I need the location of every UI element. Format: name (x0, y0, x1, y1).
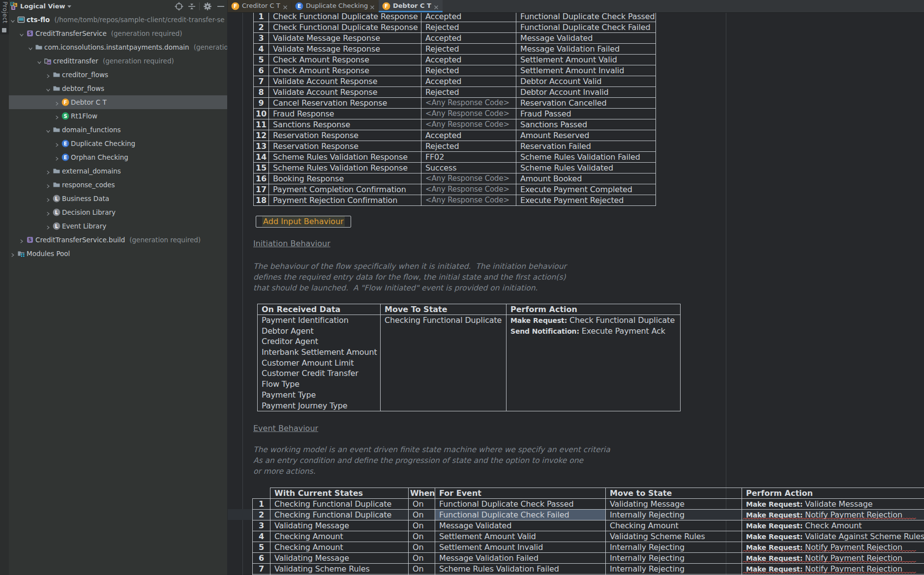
behaviour-name-cell[interactable]: Amount Booked (516, 173, 656, 184)
tab-creditor-c-t[interactable]: FCreditor C T (228, 0, 292, 12)
move-to-state-cell[interactable]: Checking Amount (606, 520, 742, 531)
chevron-collapsed-icon[interactable] (45, 168, 51, 174)
tree-item-decision-library[interactable]: LDecision Library (9, 205, 227, 219)
tree-item-modules-pool[interactable]: Modules Pool (9, 247, 227, 260)
response-code-cell[interactable]: Accepted (421, 76, 516, 87)
chevron-down-icon[interactable] (67, 5, 71, 8)
add-input-behaviour-button[interactable]: Add Input Behaviour (256, 216, 351, 228)
input-name-cell[interactable]: Reservation Response (269, 141, 421, 152)
close-icon[interactable] (433, 3, 439, 9)
hide-icon[interactable] (216, 1, 226, 11)
chevron-expanded-icon[interactable] (10, 17, 16, 23)
perform-action-cell[interactable]: Make Request: Notify Payment Rejection (742, 553, 924, 564)
behaviour-name-cell[interactable]: Reservation Failed (516, 141, 656, 152)
perform-action-cell[interactable]: Make Request: Check Amount (742, 520, 924, 531)
for-event-cell[interactable]: Settlement Amount Valid (435, 531, 606, 542)
chevron-collapsed-icon[interactable] (19, 237, 25, 243)
project-stripe-button[interactable]: Project (0, 0, 9, 34)
chevron-collapsed-icon[interactable] (45, 196, 51, 201)
tree-item-business-data[interactable]: LBusiness Data (9, 192, 227, 205)
behaviour-name-cell[interactable]: Message Validation Failed (516, 44, 656, 55)
move-to-state-cell[interactable]: Validating Scheme Rules (606, 531, 742, 542)
tree-item-debtor-c-t[interactable]: FDebtor C T (9, 95, 227, 109)
response-code-cell[interactable]: <Any Response Code> (421, 184, 516, 195)
tree-item-credittransfer[interactable]: Mcredittransfer(generation required) (9, 54, 227, 68)
response-code-cell[interactable]: <Any Response Code> (421, 98, 516, 109)
input-name-cell[interactable]: Check Amount Response (269, 55, 421, 65)
for-event-cell[interactable]: Settlement Amount Invalid (435, 542, 606, 553)
tab-debtor-c-t[interactable]: FDebtor C T (379, 0, 443, 12)
tree-item-com-iconsolutions-instantpayments-domain[interactable]: com.iconsolutions.instantpayments.domain… (9, 40, 227, 54)
for-event-cell[interactable]: Functional Duplicate Check Failed (435, 510, 606, 520)
response-code-cell[interactable]: <Any Response Code> (421, 195, 516, 206)
chevron-expanded-icon[interactable] (45, 86, 51, 91)
behaviour-name-cell[interactable]: Scheme Rules Validated (516, 163, 656, 173)
current-states-cell[interactable]: Checking Functional Duplicate (270, 499, 409, 510)
when-cell[interactable]: On (409, 531, 435, 542)
input-name-cell[interactable]: Reservation Response (269, 130, 421, 141)
tree-item-response-codes[interactable]: response_codes (9, 178, 227, 192)
tree-item-creditor-flows[interactable]: creditor_flows (9, 68, 227, 82)
tree-item-event-library[interactable]: LEvent Library (9, 219, 227, 233)
tree-item-credittransferservice-build[interactable]: SCreditTransferService.build(generation … (9, 233, 227, 247)
perform-action-cell[interactable]: Make Request: Notify Payment Rejection (742, 510, 924, 520)
chevron-collapsed-icon[interactable] (54, 154, 60, 160)
perform-action-cell[interactable]: Make Request: Validate Message (742, 499, 924, 510)
input-name-cell[interactable]: Cancel Reservation Response (269, 98, 421, 109)
current-states-cell[interactable]: Validating Message (270, 553, 409, 564)
response-code-cell[interactable]: Accepted (421, 130, 516, 141)
input-name-cell[interactable]: Payment Completion Confirmation (269, 184, 421, 195)
behaviour-name-cell[interactable]: Fraud Passed (516, 109, 656, 119)
tree-item-duplicate-checking[interactable]: EDuplicate Checking (9, 137, 227, 150)
input-name-cell[interactable]: Scheme Rules Validation Response (269, 152, 421, 163)
input-name-cell[interactable]: Payment Rejection Confirmation (269, 195, 421, 206)
tree-item-credittransferservice[interactable]: SCreditTransferService(generation requir… (9, 27, 227, 40)
when-cell[interactable]: On (409, 510, 435, 520)
behaviour-name-cell[interactable]: Settlement Amount Valid (516, 55, 656, 65)
input-name-cell[interactable]: Scheme Rules Validation Response (269, 163, 421, 173)
tool-window-title[interactable]: Logical View (20, 0, 65, 13)
when-cell[interactable]: On (409, 520, 435, 531)
response-code-cell[interactable]: Rejected (421, 44, 516, 55)
tree-item-external-domains[interactable]: external_domains (9, 164, 227, 178)
chevron-collapsed-icon[interactable] (45, 182, 51, 188)
response-code-cell[interactable]: Accepted (421, 33, 516, 44)
input-name-cell[interactable]: Sanctions Response (269, 119, 421, 130)
close-icon[interactable] (369, 3, 375, 9)
response-code-cell[interactable]: <Any Response Code> (421, 119, 516, 130)
locate-icon[interactable] (174, 1, 184, 11)
chevron-collapsed-icon[interactable] (10, 251, 16, 257)
when-cell[interactable]: On (409, 564, 435, 575)
for-event-cell[interactable]: Message Validated (435, 520, 606, 531)
input-name-cell[interactable]: Check Amount Response (269, 65, 421, 76)
behaviour-name-cell[interactable]: Settlement Amount Invalid (516, 65, 656, 76)
move-to-state-cell[interactable]: Internally Rejecting (606, 553, 742, 564)
behaviour-name-cell[interactable]: Execute Payment Rejected (516, 195, 656, 206)
tree-item-domain-functions[interactable]: domain_functions (9, 123, 227, 137)
tree-item-orphan-checking[interactable]: EOrphan Checking (9, 150, 227, 164)
move-to-state-cell[interactable]: Validating Message (606, 499, 742, 510)
perform-action-cell[interactable]: Make Request: Check Functional Duplicate… (507, 315, 681, 411)
chevron-expanded-icon[interactable] (19, 30, 25, 36)
behaviour-name-cell[interactable]: Message Validated (516, 33, 656, 44)
received-data-cell[interactable]: Payment IdentificationDebtor AgentCredit… (258, 315, 381, 411)
tab-duplicate-checking[interactable]: EDuplicate Checking (292, 0, 379, 12)
move-to-state-cell[interactable]: Checking Functional Duplicate (381, 315, 507, 411)
response-code-cell[interactable]: Rejected (421, 22, 516, 33)
chevron-expanded-icon[interactable] (36, 58, 42, 64)
perform-action-cell[interactable]: Make Request: Notify Payment Rejection (742, 564, 924, 575)
input-name-cell[interactable]: Check Functional Duplicate Response (269, 22, 421, 33)
response-code-cell[interactable]: FF02 (421, 152, 516, 163)
when-cell[interactable]: On (409, 542, 435, 553)
response-code-cell[interactable]: <Any Response Code> (421, 109, 516, 119)
perform-action-cell[interactable]: Make Request: Notify Payment Rejection (742, 542, 924, 553)
response-code-cell[interactable]: Success (421, 163, 516, 173)
input-name-cell[interactable]: Validate Account Response (269, 87, 421, 98)
for-event-cell[interactable]: Message Validation Failed (435, 553, 606, 564)
collapse-all-icon[interactable] (187, 1, 197, 11)
behaviour-name-cell[interactable]: Functional Duplicate Check Failed (516, 22, 656, 33)
response-code-cell[interactable]: Rejected (421, 65, 516, 76)
chevron-expanded-icon[interactable] (45, 127, 51, 133)
chevron-collapsed-icon[interactable] (45, 72, 51, 78)
gear-icon[interactable] (203, 1, 212, 11)
